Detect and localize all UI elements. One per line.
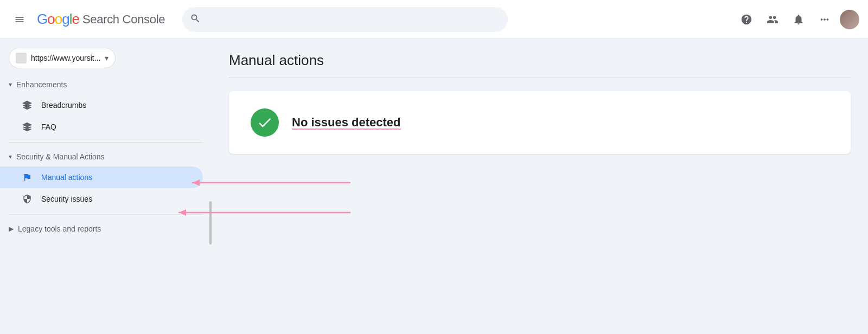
sidebar-item-breadcrumbs[interactable]: Breadcrumbs: [0, 94, 203, 116]
site-favicon: [16, 53, 27, 63]
scrollbar[interactable]: [209, 201, 212, 245]
product-name: Search Console: [82, 12, 165, 27]
site-url: https://www.yoursit...: [31, 54, 100, 62]
security-issues-label: Security issues: [41, 195, 92, 203]
main-wrapper: https://www.yoursit... ▾ ▾ Enhancements …: [0, 39, 868, 334]
breadcrumbs-label: Breadcrumbs: [41, 101, 86, 110]
enhancements-label: Enhancements: [16, 80, 67, 89]
security-section-label: Security & Manual Actions: [16, 152, 105, 161]
sidebar-section-security[interactable]: ▾ Security & Manual Actions: [0, 147, 212, 166]
no-issues-card: No issues detected: [229, 91, 851, 154]
site-selector[interactable]: https://www.yoursit... ▾: [9, 48, 116, 68]
notifications-button[interactable]: [788, 9, 809, 30]
sidebar-section-enhancements[interactable]: ▾ Enhancements: [0, 75, 212, 94]
sidebar-item-manual-actions[interactable]: Manual actions: [0, 166, 203, 188]
no-issues-text: No issues detected: [292, 115, 401, 130]
site-dropdown-arrow: ▾: [105, 54, 108, 62]
enhancements-collapse-icon: ▾: [9, 81, 12, 88]
user-avatar[interactable]: [840, 10, 859, 29]
security-collapse-icon: ▾: [9, 153, 12, 160]
legacy-label: Legacy tools and reports: [18, 224, 101, 233]
help-button[interactable]: [736, 9, 757, 30]
manual-actions-icon: [22, 172, 33, 182]
content-divider: [229, 78, 851, 78]
sidebar-item-faq[interactable]: FAQ: [0, 116, 203, 138]
sidebar-item-security-issues[interactable]: Security issues: [0, 188, 203, 210]
divider-1: [9, 142, 203, 143]
nav-icons-group: [736, 9, 859, 30]
search-console-settings-button[interactable]: [762, 9, 783, 30]
faq-icon: [22, 122, 33, 132]
security-issues-icon: [22, 194, 33, 204]
search-container: [182, 7, 508, 32]
divider-2: [9, 214, 203, 215]
check-circle-icon: [251, 108, 279, 137]
breadcrumbs-icon: [22, 100, 33, 110]
search-input[interactable]: [182, 7, 508, 32]
top-navigation: Google Search Console: [0, 0, 868, 39]
main-content: Manual actions No issues detected: [212, 39, 868, 334]
manual-actions-label: Manual actions: [41, 173, 92, 182]
sidebar-section-legacy[interactable]: ▶ Legacy tools and reports: [0, 219, 212, 239]
page-title: Manual actions: [229, 52, 851, 69]
logo-link[interactable]: Google Search Console: [37, 11, 165, 28]
apps-button[interactable]: [814, 9, 835, 30]
legacy-collapse-icon: ▶: [9, 225, 14, 233]
sidebar: https://www.yoursit... ▾ ▾ Enhancements …: [0, 39, 212, 334]
faq-label: FAQ: [41, 123, 56, 131]
menu-button[interactable]: [9, 9, 30, 30]
search-icon: [190, 13, 201, 26]
google-logo: Google: [37, 11, 79, 28]
